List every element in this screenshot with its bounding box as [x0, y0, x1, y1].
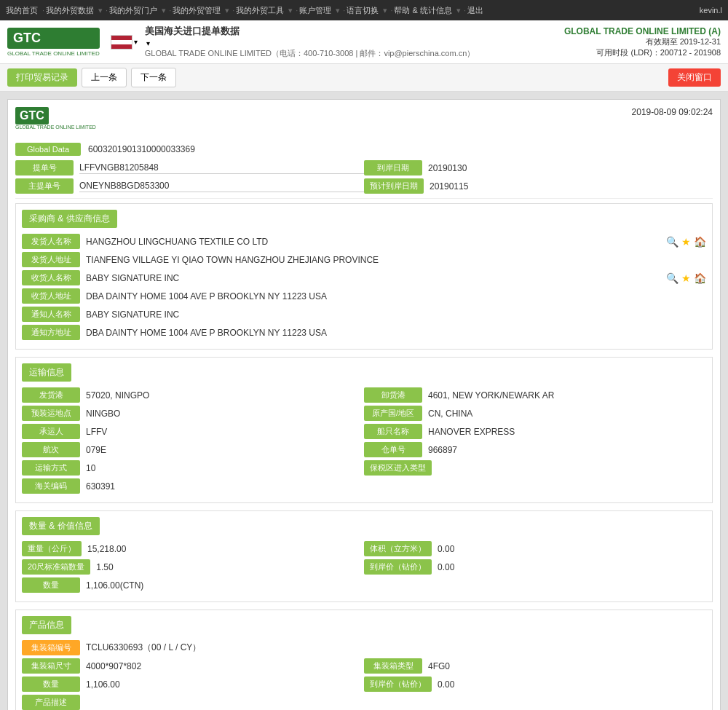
- notify-addr-label: 通知方地址: [22, 325, 80, 340]
- product-qty-value: 1,106.00: [86, 679, 364, 690]
- container-no-value: TCLU6330693（00 / L / CY）: [86, 642, 706, 654]
- close-button[interactable]: 关闭窗口: [668, 68, 721, 87]
- consignee-star-icon[interactable]: ★: [681, 272, 691, 284]
- volume-col: 体积（立方米） 0.00: [364, 541, 706, 556]
- weight-label: 重量（公斤）: [22, 541, 82, 556]
- estimated-date-col: 预计到岸日期 20190115: [364, 178, 713, 194]
- record-logo: GTC GLOBAL TRADE ONLINE LIMITED: [15, 107, 96, 130]
- warehouse-col: 仓单号 966897: [364, 442, 706, 457]
- supplier-section: 采购商 & 供应商信息 发货人名称 HANGZHOU LINGCHUANG TE…: [15, 203, 713, 350]
- origin-value: CN, CHINA: [428, 409, 706, 419]
- ldr-info: 可用时段 (LDR)：200712 - 201908: [564, 47, 721, 58]
- container-type-col: 集装箱类型 4FG0: [364, 658, 706, 674]
- shipper-home-icon[interactable]: 🏠: [694, 236, 706, 248]
- quantity-section: 数量 & 价值信息 重量（公斤） 15,218.00 体积（立方米） 0.00 …: [15, 510, 713, 602]
- transport-col: 运输方式 10: [22, 460, 364, 476]
- notify-name-row: 通知人名称 BABY SIGNATURE INC: [22, 307, 706, 322]
- volume-value: 0.00: [438, 544, 706, 554]
- product-price-value: 0.00: [438, 679, 706, 690]
- flag-arrow[interactable]: ▾: [134, 38, 138, 46]
- consignee-name-row: 收货人名称 BABY SIGNATURE INC 🔍 ★ 🏠: [22, 270, 706, 285]
- carrier-col: 承运人 LFFV: [22, 424, 364, 439]
- shipping-section-header: 运输信息: [22, 363, 71, 382]
- product-price-label: 到岸价（钻价）: [364, 677, 432, 692]
- estimated-date-value: 20190115: [430, 181, 713, 192]
- origin-col: 原产国/地区 CN, CHINA: [364, 406, 706, 421]
- nav-logout[interactable]: 退出: [467, 5, 483, 16]
- container-type-value: 4FG0: [428, 661, 706, 671]
- product-section: 产品信息 集装箱编号 TCLU6330693（00 / L / CY） 集装箱尺…: [15, 610, 713, 710]
- vessel-label: 船只名称: [364, 424, 422, 439]
- nav-help[interactable]: 帮助 & 统计信息: [394, 5, 451, 16]
- container-size-value: 4000*907*802: [86, 661, 364, 671]
- print-button[interactable]: 打印贸易记录: [7, 68, 77, 87]
- loading-origin-row: 预装运地点 NINGBO 原产国/地区 CN, CHINA: [22, 406, 706, 421]
- top-toolbar: 打印贸易记录 上一条 下一条 关闭窗口: [0, 64, 728, 92]
- logo: GTC: [7, 28, 100, 49]
- company-contact: GLOBAL TRADE ONLINE LIMITED（电话：400-710-3…: [145, 48, 475, 59]
- weight-volume-row: 重量（公斤） 15,218.00 体积（立方米） 0.00: [22, 541, 706, 556]
- voyage-value: 079E: [86, 445, 364, 455]
- flag-area: ▾: [111, 35, 138, 50]
- carrier-label: 承运人: [22, 424, 80, 439]
- validity-date: 有效期至 2019-12-31: [564, 36, 721, 47]
- customs-value: 630391: [86, 481, 706, 492]
- main-content: GTC GLOBAL TRADE ONLINE LIMITED 2019-08-…: [0, 92, 728, 710]
- desc-label: 产品描述: [22, 695, 80, 710]
- arrival-port-label: 卸货港: [364, 387, 422, 403]
- consignee-search-icon[interactable]: 🔍: [666, 272, 678, 284]
- weight-col: 重量（公斤） 15,218.00: [22, 541, 364, 556]
- consignee-home-icon[interactable]: 🏠: [694, 272, 706, 284]
- product-qty-col: 数量 1,106.00: [22, 677, 364, 692]
- loading-label: 预装运地点: [22, 406, 80, 421]
- volume-label: 体积（立方米）: [364, 541, 432, 556]
- port-row: 发货港 57020, NINGPO 卸货港 4601, NEW YORK/NEW…: [22, 387, 706, 403]
- nav-language[interactable]: 语言切换: [347, 5, 379, 16]
- logo-area: GTC GLOBAL TRADE ONLINE LIMITED: [7, 28, 100, 57]
- notify-addr-row: 通知方地址 DBA DAINTY HOME 1004 AVE P BROOKLY…: [22, 325, 706, 340]
- nav-trade-data[interactable]: 我的外贸数据: [46, 5, 94, 16]
- user-name: kevin.l: [700, 6, 722, 15]
- voyage-col: 航次 079E: [22, 442, 364, 457]
- container-no-label: 集装箱编号: [22, 640, 80, 655]
- arrival-port-value: 4601, NEW YORK/NEWARK AR: [428, 390, 706, 401]
- shipping-section: 运输信息 发货港 57020, NINGPO 卸货港 4601, NEW YOR…: [15, 357, 713, 503]
- customs-label: 海关编码: [22, 478, 80, 494]
- notify-name-value: BABY SIGNATURE INC: [86, 309, 706, 320]
- nav-account[interactable]: 账户管理: [299, 5, 331, 16]
- container-size-col: 集装箱尺寸 4000*907*802: [22, 658, 364, 674]
- bill-col-left: 提单号 LFFVNGB81205848: [15, 160, 364, 175]
- nav-foreign-tools[interactable]: 我的外贸工具: [236, 5, 284, 16]
- warehouse-value: 966897: [428, 445, 706, 455]
- next-button[interactable]: 下一条: [131, 68, 176, 87]
- divider: [15, 198, 713, 199]
- site-title: 美国海关进口提单数据: [145, 25, 472, 38]
- nav-foreign-mgmt[interactable]: 我的外贸管理: [173, 5, 221, 16]
- container-no-row: 集装箱编号 TCLU6330693（00 / L / CY）: [22, 640, 706, 655]
- global-data-label: Global Data: [15, 143, 81, 156]
- nav-foreign-portal[interactable]: 我的外贸门户: [109, 5, 157, 16]
- desc-header-row: 产品描述: [22, 695, 706, 710]
- notify-addr-value: DBA DAINTY HOME 1004 AVE P BROOKLYN NY 1…: [86, 328, 706, 338]
- prev-button[interactable]: 上一条: [82, 68, 127, 87]
- title-arrow[interactable]: ▾: [146, 39, 150, 47]
- shipper-name-value: HANGZHOU LINGCHUANG TEXTILE CO LTD: [86, 237, 663, 247]
- container-size-type-row: 集装箱尺寸 4000*907*802 集装箱类型 4FG0: [22, 658, 706, 674]
- record-logo-text: GLOBAL TRADE ONLINE LIMITED: [15, 125, 96, 130]
- consignee-addr-label: 收货人地址: [22, 288, 80, 304]
- product-qty-label: 数量: [22, 677, 80, 692]
- shipper-search-icon[interactable]: 🔍: [666, 236, 678, 248]
- nav-home[interactable]: 我的首页: [6, 5, 38, 16]
- transport-value: 10: [86, 463, 364, 473]
- us-flag-icon: [111, 35, 132, 50]
- bonded-col: 保税区进入类型: [364, 460, 706, 476]
- transport-label: 运输方式: [22, 460, 80, 476]
- master-bill-col-left: 主提单号 ONEYNB8BGD853300: [15, 178, 364, 194]
- shipper-star-icon[interactable]: ★: [681, 236, 691, 248]
- voyage-warehouse-row: 航次 079E 仓单号 966897: [22, 442, 706, 457]
- bill-label: 提单号: [15, 160, 74, 175]
- origin-label: 原产国/地区: [364, 406, 422, 421]
- warehouse-label: 仓单号: [364, 442, 422, 457]
- bill-row: 提单号 LFFVNGB81205848 到岸日期 20190130: [15, 160, 713, 175]
- product-price-col: 到岸价（钻价） 0.00: [364, 677, 706, 692]
